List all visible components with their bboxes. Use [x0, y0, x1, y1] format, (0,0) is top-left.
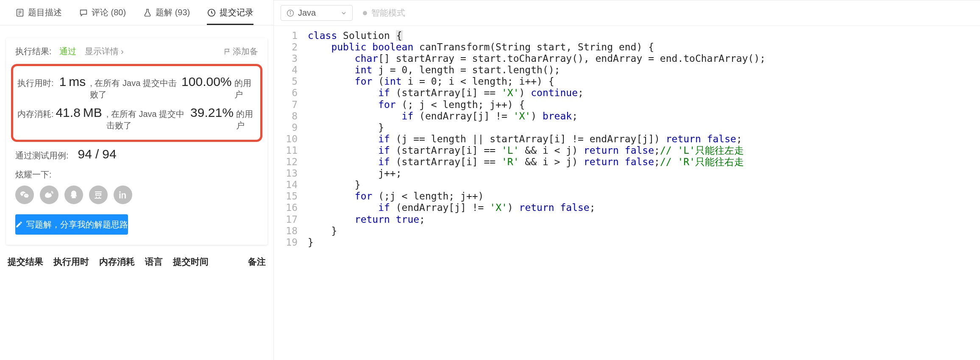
douban-icon[interactable]	[89, 186, 108, 204]
tab-solutions[interactable]: 题解 (93)	[134, 0, 198, 25]
tab-label: 题解 (93)	[156, 7, 190, 18]
memory-value: 41.8	[56, 105, 80, 120]
code-area[interactable]: class Solution { public boolean canTrans…	[303, 26, 980, 360]
history-header: 提交结果 执行用时 内存消耗 语言 提交时间 备注	[0, 245, 273, 274]
exec-result-label: 执行结果:	[15, 46, 52, 57]
share-icons	[8, 183, 266, 212]
runtime-suffix: 的用户	[234, 78, 256, 100]
left-panel: 题目描述 评论 (80) 题解 (93) 提交记录 执行结果: 通过 显示详情 …	[0, 0, 274, 360]
testcases-row: 通过测试用例: 94 / 94	[8, 142, 266, 165]
memory-row: 内存消耗: 41.8 MB , 在所有 Java 提交中击败了 39.21% 的…	[17, 103, 256, 134]
chevron-down-icon	[340, 10, 347, 17]
right-panel: Java 智能模式 12345678910111213141516171819 …	[274, 0, 980, 360]
col-time: 提交时间	[173, 256, 209, 268]
memory-pct: 39.21%	[190, 105, 234, 120]
tab-label: 评论 (80)	[92, 7, 126, 18]
result-header: 执行结果: 通过 显示详情 › 添加备	[8, 46, 266, 64]
runtime-unit: ms	[69, 75, 86, 89]
tab-label: 提交记录	[220, 7, 253, 18]
code-editor[interactable]: 12345678910111213141516171819 class Solu…	[274, 26, 980, 360]
linkedin-icon[interactable]	[114, 186, 132, 204]
col-note: 备注	[248, 256, 266, 268]
cases-label: 通过测试用例:	[15, 150, 69, 161]
pencil-icon	[15, 221, 23, 228]
tab-submissions[interactable]: 提交记录	[198, 0, 262, 25]
svg-point-7	[290, 11, 290, 12]
memory-text: , 在所有 Java 提交中击败了	[106, 108, 188, 131]
write-solution-button[interactable]: 写题解，分享我的解题思路	[15, 214, 128, 235]
add-note-text: 添加备	[233, 46, 258, 57]
runtime-pct: 100.00%	[181, 75, 231, 89]
show-detail-link[interactable]: 显示详情 ›	[85, 46, 124, 57]
add-note-link[interactable]: 添加备	[223, 46, 258, 57]
tab-label: 题目描述	[28, 7, 62, 18]
info-icon	[286, 9, 295, 17]
flask-icon	[143, 8, 152, 17]
memory-label: 内存消耗:	[17, 108, 56, 120]
memory-unit: MB	[83, 105, 102, 120]
runtime-text: , 在所有 Java 提交中击败了	[90, 78, 179, 100]
wechat-icon[interactable]	[15, 186, 34, 204]
col-result: 提交结果	[8, 256, 43, 268]
col-lang: 语言	[145, 256, 163, 268]
share-label: 炫耀一下:	[8, 165, 266, 183]
language-label: Java	[298, 8, 316, 18]
status-badge: 通过	[59, 46, 76, 57]
description-icon	[15, 8, 25, 17]
dot-icon	[363, 11, 367, 15]
col-runtime: 执行用时	[53, 256, 89, 268]
tab-comments[interactable]: 评论 (80)	[70, 0, 134, 25]
result-card: 执行结果: 通过 显示详情 › 添加备 执行用时: 1 ms , 在所有 Jav…	[6, 38, 267, 245]
clock-icon	[207, 8, 216, 17]
col-memory: 内存消耗	[99, 256, 135, 268]
runtime-row: 执行用时: 1 ms , 在所有 Java 提交中击败了 100.00% 的用户	[17, 72, 256, 103]
cases-sep: /	[95, 147, 99, 161]
tabs-bar: 题目描述 评论 (80) 题解 (93) 提交记录	[0, 0, 273, 25]
cases-passed: 94	[78, 147, 92, 161]
write-btn-label: 写题解，分享我的解题思路	[26, 219, 128, 230]
editor-toolbar: Java 智能模式	[274, 0, 980, 26]
comment-icon	[79, 8, 88, 17]
flag-icon	[223, 48, 231, 55]
line-gutter: 12345678910111213141516171819	[274, 26, 303, 360]
runtime-value: 1	[59, 75, 67, 89]
stats-highlight-box: 执行用时: 1 ms , 在所有 Java 提交中击败了 100.00% 的用户…	[11, 64, 262, 142]
smart-mode-label: 智能模式	[371, 7, 405, 19]
weibo-icon[interactable]	[40, 186, 58, 204]
memory-suffix: 的用户	[236, 108, 256, 131]
smart-mode-toggle[interactable]: 智能模式	[363, 7, 405, 19]
language-select[interactable]: Java	[281, 5, 353, 21]
runtime-label: 执行用时:	[17, 78, 59, 89]
tab-description[interactable]: 题目描述	[7, 0, 70, 25]
qq-icon[interactable]	[64, 186, 83, 204]
cases-total: 94	[102, 147, 116, 161]
